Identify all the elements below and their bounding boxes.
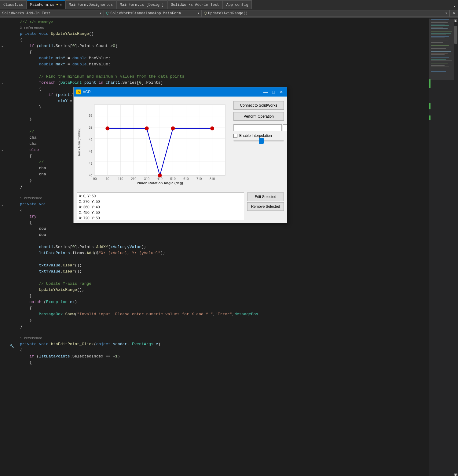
svg-rect-30 [429, 115, 431, 120]
tab-mainform-close[interactable]: ✕ [60, 3, 62, 7]
code-line-brace13: } [20, 317, 429, 323]
data-points-list[interactable]: X: 0, Y: 50 X: 270, Y: 50 X: 360, Y: 40 … [77, 192, 244, 220]
perform-operation-btn[interactable]: Perform Operation [233, 112, 284, 121]
dialog-icon: ⚙ [76, 90, 81, 94]
scrollbar-down-arrow[interactable]: ▼ [454, 473, 457, 476]
svg-text:-90: -90 [92, 177, 97, 181]
svg-text:310: 310 [144, 177, 150, 181]
add-point-row: Add [233, 124, 284, 131]
tab-mainform-designer[interactable]: MainForm.Designer.cs [65, 0, 116, 9]
code-line-listadd: lstDataPoints .Items. Add ($ "X: {xValue… [20, 250, 429, 256]
dialog-close-btn[interactable]: ✕ [278, 89, 284, 95]
svg-text:10: 10 [106, 177, 109, 181]
y-input[interactable] [283, 124, 287, 131]
code-line-ref3: 1 reference [20, 335, 429, 341]
code-line-empty6 [20, 256, 429, 262]
code-line-summary: /// </summary> [20, 19, 429, 25]
slider-thumb[interactable] [259, 138, 264, 144]
svg-text:110: 110 [118, 177, 123, 181]
code-line-dou1: dou [20, 225, 429, 232]
project-dropdown-value: SolidWorks Add-In Test [2, 11, 50, 16]
tab-overflow-btn[interactable]: ▾ [451, 4, 458, 9]
code-line-maxy: double maxY = double .MinValue; [20, 61, 429, 67]
enable-interpolation-checkbox[interactable] [233, 134, 237, 138]
code-line-update-call: UpdateYAxisRange (); [20, 287, 429, 293]
data-point-1[interactable] [145, 126, 149, 130]
code-line-empty8 [20, 329, 429, 335]
tab-appconfig-label: App.config [226, 3, 248, 7]
code-line-brace14: } [20, 323, 429, 329]
list-item-2[interactable]: X: 360, Y: 40 [78, 204, 243, 210]
class-dropdown[interactable]: ⬡ SolidWorksStandaloneApp.MainForm ▾ [104, 10, 202, 17]
code-line-miny: double minY = double .MaxValue; [20, 55, 429, 61]
code-line-empty5 [20, 238, 429, 244]
class-icon: ⬡ [106, 11, 109, 16]
tab-mainform[interactable]: MainForm.cs ● ✕ [27, 0, 65, 9]
enable-interpolation-label: Enable Interpolation [239, 134, 272, 138]
dialog-minimize-btn[interactable]: — [262, 89, 269, 95]
code-line-cleary: txtYValue . Clear (); [20, 268, 429, 274]
screwdriver-icon[interactable]: 🔧 [10, 344, 14, 348]
class-dropdown-arrow: ▾ [197, 11, 200, 16]
method-dropdown[interactable]: ⬡ UpdateYAxisRange() ▾ [202, 10, 449, 17]
chart-svg: 40 43 46 49 52 55 -90 10 110 210 310 410… [77, 100, 229, 188]
toolbar-extra-btn[interactable]: ⊕ [449, 10, 458, 17]
tab-solidworks[interactable]: SolidWorks Add-In Test [167, 0, 222, 9]
edit-selected-btn[interactable]: Edit Selected [247, 192, 284, 201]
tab-class1[interactable]: Class1.cs [0, 0, 27, 9]
data-point-2[interactable] [158, 174, 162, 177]
data-point-0[interactable] [106, 126, 109, 130]
remove-selected-btn[interactable]: Remove Selected [247, 202, 284, 211]
minimap-content [429, 18, 454, 476]
code-line-brace16: { [20, 359, 429, 365]
dialog-right-panel: Connect to SolidWorks Perform Operation … [230, 97, 287, 191]
tab-mainform-design[interactable]: MainForm.cs [Design] [116, 0, 167, 9]
interpolation-slider[interactable] [233, 140, 284, 141]
svg-text:710: 710 [196, 177, 202, 181]
project-dropdown[interactable]: SolidWorks Add-In Test ▾ [0, 10, 104, 17]
minimap [429, 18, 454, 476]
method-icon: ⬡ [204, 11, 207, 16]
fold-arrow-4[interactable]: ▾ [1, 203, 3, 207]
project-dropdown-arrow: ▾ [100, 11, 102, 16]
toolbar: SolidWorks Add-In Test ▾ ⬡ SolidWorksSta… [0, 9, 458, 18]
data-point-3[interactable] [171, 126, 175, 130]
code-line-comment4: // Update Y-axis range [20, 280, 429, 287]
svg-rect-29 [429, 103, 431, 109]
dialog-maximize-btn[interactable]: □ [270, 89, 277, 95]
code-line-brace2: { [20, 49, 429, 55]
tab-class1-label: Class1.cs [3, 3, 23, 7]
list-action-buttons: Edit Selected Remove Selected [247, 192, 284, 211]
class-dropdown-value: SolidWorksStandaloneApp.MainForm [110, 11, 181, 16]
scrollbar-up-arrow[interactable]: ▲ [454, 19, 457, 22]
list-item-3[interactable]: X: 450, Y: 50 [78, 210, 243, 215]
enable-interpolation-row: Enable Interpolation [233, 134, 284, 138]
code-line-if: if ( chart1 .Series[ 0 ].Points.Count > … [20, 43, 429, 49]
connect-solidworks-btn[interactable]: Connect to SolidWorks [233, 101, 284, 110]
code-line-dou2: dou [20, 232, 429, 238]
code-editor[interactable]: ▾ ▾ ▾ ▾ 🔧 /// </summary> 3 references pr… [0, 18, 429, 476]
data-point-4[interactable] [211, 126, 214, 130]
method-dropdown-arrow: ▾ [445, 11, 447, 16]
svg-text:210: 210 [131, 177, 137, 181]
code-line-brace15: { [20, 347, 429, 353]
tab-appconfig[interactable]: App.config [223, 0, 252, 9]
code-line-msgbox: MessageBox . Show ( "Invalid input. Plea… [20, 311, 429, 317]
list-item-4[interactable]: X: 720, Y: 50 [78, 215, 243, 220]
tab-modified-indicator: ● [56, 3, 58, 6]
svg-text:810: 810 [210, 177, 215, 181]
x-input[interactable] [233, 124, 282, 131]
fold-arrow-3[interactable]: ▾ [1, 148, 3, 152]
fold-arrow-1[interactable]: ▾ [1, 45, 3, 49]
scrollbar-thumb[interactable] [454, 26, 457, 44]
dialog-body: 40 43 46 49 52 55 -90 10 110 210 310 410… [74, 97, 287, 191]
method-dropdown-value: UpdateYAxisRange() [208, 11, 248, 16]
scrollbar-track-area [454, 23, 457, 473]
svg-text:43: 43 [89, 162, 92, 165]
list-item-1[interactable]: X: 270, Y: 50 [78, 199, 243, 204]
fold-arrow-2[interactable]: ▾ [1, 81, 3, 85]
vertical-scrollbar[interactable]: ▲ ▼ [454, 18, 458, 476]
list-item-0[interactable]: X: 0, Y: 50 [78, 193, 243, 199]
code-line-empty1 [20, 67, 429, 73]
vgr-dialog: ⚙ VGR — □ ✕ [73, 87, 287, 223]
